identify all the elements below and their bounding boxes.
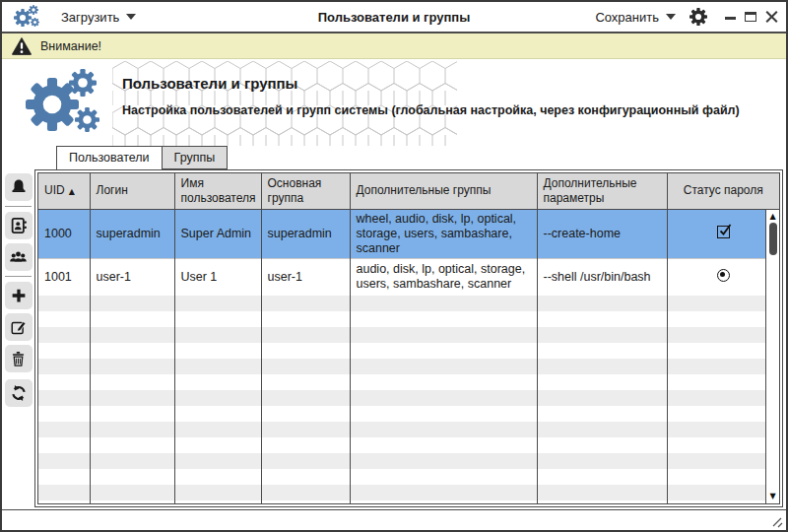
empty-table-row <box>38 296 779 311</box>
save-menu-button[interactable]: Сохранить <box>595 10 676 25</box>
settings-gear-icon[interactable] <box>690 8 707 26</box>
app-gears-icon <box>14 4 43 30</box>
edit-user-button[interactable] <box>5 313 33 341</box>
cell-extra-groups: audio, disk, lp, optical, storage, users… <box>350 258 537 296</box>
trash-icon <box>10 351 27 367</box>
tab-groups-label: Группы <box>174 151 216 165</box>
empty-table-row <box>38 485 779 500</box>
cell-password-status <box>667 209 779 258</box>
column-header-extra-groups[interactable]: Дополнительные группы <box>350 173 537 209</box>
notifications-bell-button[interactable] <box>5 173 33 201</box>
close-button[interactable] <box>765 11 778 24</box>
cell-uid: 1001 <box>38 258 90 296</box>
users-groups-logo-icon <box>26 69 106 134</box>
chevron-down-icon <box>126 14 136 20</box>
empty-table-row <box>38 453 779 469</box>
column-header-extra-params[interactable]: Дополнительные параметры <box>537 173 667 209</box>
scrollbar-thumb[interactable] <box>769 223 777 255</box>
column-header-uid[interactable]: UID▲ <box>38 173 90 209</box>
app-window: Загрузить Пользователи и группы Сохранит… <box>0 0 788 532</box>
cell-name: Super Admin <box>174 209 261 258</box>
load-menu-label: Загрузить <box>61 10 119 25</box>
empty-table-row <box>38 500 779 504</box>
cell-primary-group: user-1 <box>261 258 350 296</box>
cell-primary-group: superadmin <box>261 209 350 258</box>
vertical-scrollbar[interactable]: ▲ ▼ <box>765 210 779 503</box>
users-table: UID▲ Логин Имя пользователя Основная гру… <box>38 173 779 504</box>
cell-password-status <box>667 258 779 296</box>
chevron-down-icon <box>666 14 676 20</box>
sort-ascending-icon: ▲ <box>69 187 75 196</box>
empty-table-row <box>38 390 779 406</box>
minimize-button[interactable] <box>725 17 736 20</box>
address-book-button[interactable] <box>5 212 33 239</box>
empty-table-row <box>38 374 779 390</box>
cell-extra-params: --shell /usr/bin/bash <box>537 258 667 296</box>
scroll-down-icon[interactable]: ▼ <box>766 492 779 501</box>
column-header-login[interactable]: Логин <box>90 173 174 209</box>
add-user-button[interactable] <box>5 282 33 309</box>
empty-table-row <box>38 343 779 359</box>
user-groups-button[interactable] <box>5 243 33 271</box>
warning-triangle-icon <box>12 37 32 55</box>
empty-table-row <box>38 311 779 327</box>
table-row-superadmin[interactable]: 1000 superadmin Super Admin superadmin w… <box>38 209 779 258</box>
column-header-name[interactable]: Имя пользователя <box>174 173 261 209</box>
tab-users[interactable]: Пользователи <box>56 146 163 169</box>
empty-table-row <box>38 437 779 453</box>
cell-name: User 1 <box>174 258 261 296</box>
load-menu-button[interactable]: Загрузить <box>61 10 136 25</box>
tab-users-label: Пользователи <box>69 151 150 165</box>
refresh-button[interactable] <box>5 379 33 407</box>
user-group-icon <box>9 248 28 267</box>
page-title: Пользователи и группы <box>122 75 776 92</box>
edit-pencil-icon <box>10 318 28 336</box>
tab-groups[interactable]: Группы <box>163 146 229 169</box>
cell-login: superadmin <box>90 209 174 258</box>
resize-grip-icon[interactable] <box>770 515 783 528</box>
warning-text: Внимание! <box>40 39 101 53</box>
empty-table-row <box>38 406 779 422</box>
cell-extra-params: --create-home <box>537 209 667 258</box>
bell-icon <box>10 178 28 196</box>
page-header: Пользователи и группы Настройка пользова… <box>2 59 786 146</box>
warning-bar: Внимание! <box>2 33 786 59</box>
cell-extra-groups: wheel, audio, disk, lp, optical, storage… <box>350 209 537 258</box>
password-status-radio-selected[interactable] <box>717 269 730 282</box>
address-book-icon <box>10 217 28 234</box>
page-subtitle: Настройка пользователей и групп системы … <box>122 103 776 117</box>
toolbar-separator <box>5 206 32 207</box>
save-menu-label: Сохранить <box>595 10 659 25</box>
password-status-checkbox-checked[interactable] <box>717 226 730 238</box>
toolbar-separator <box>5 276 32 277</box>
status-bar <box>2 509 786 530</box>
plus-icon <box>10 287 28 304</box>
table-header-row: UID▲ Логин Имя пользователя Основная гру… <box>38 173 779 209</box>
toolbar-sidebar <box>2 169 34 509</box>
refresh-icon <box>10 384 28 402</box>
maximize-button[interactable] <box>745 12 756 22</box>
cell-uid: 1000 <box>38 209 90 258</box>
table-row-user-1[interactable]: 1001 user-1 User 1 user-1 audio, disk, l… <box>38 258 779 296</box>
empty-table-row <box>38 327 779 343</box>
delete-user-button[interactable] <box>5 345 33 372</box>
column-header-password-status[interactable]: Статус пароля <box>667 173 779 209</box>
column-header-primary-group[interactable]: Основная группа <box>261 173 350 209</box>
scroll-up-icon[interactable]: ▲ <box>766 212 779 222</box>
empty-table-row <box>38 469 779 485</box>
empty-table-row <box>38 422 779 437</box>
users-table-container: UID▲ Логин Имя пользователя Основная гру… <box>34 169 783 507</box>
empty-table-row <box>38 359 779 374</box>
cell-login: user-1 <box>90 258 174 296</box>
title-bar: Загрузить Пользователи и группы Сохранит… <box>2 2 786 33</box>
tab-bar: Пользователи Группы <box>2 146 786 169</box>
